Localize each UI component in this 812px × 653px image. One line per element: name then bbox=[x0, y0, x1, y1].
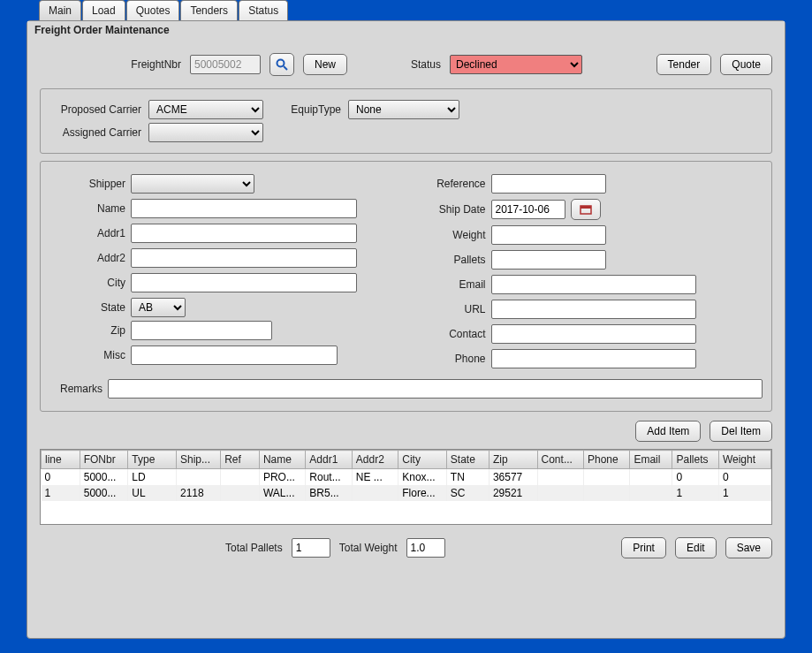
tab-main[interactable]: Main bbox=[39, 0, 81, 20]
col-cont[interactable]: Cont... bbox=[537, 451, 583, 469]
tab-status[interactable]: Status bbox=[239, 0, 288, 20]
search-icon bbox=[276, 58, 288, 71]
col-type[interactable]: Type bbox=[128, 451, 177, 469]
proposed-carrier-label: Proposed Carrier bbox=[49, 103, 141, 116]
ship-date-input[interactable] bbox=[491, 200, 565, 219]
ship-date-label: Ship Date bbox=[415, 203, 486, 216]
proposed-carrier-dropdown[interactable]: ACME bbox=[148, 100, 263, 119]
svg-line-1 bbox=[284, 66, 287, 70]
panel-title: Freight Order Maintenance bbox=[27, 21, 785, 39]
phone-input[interactable] bbox=[491, 349, 696, 368]
url-label: URL bbox=[415, 303, 486, 315]
col-weight[interactable]: Weight bbox=[718, 451, 770, 469]
name-label: Name bbox=[49, 202, 125, 215]
date-picker-button[interactable] bbox=[571, 199, 601, 220]
col-phone[interactable]: Phone bbox=[583, 451, 629, 469]
equip-type-label: EquipType bbox=[270, 103, 341, 116]
city-input[interactable] bbox=[131, 273, 357, 292]
del-item-button[interactable]: Del Item bbox=[710, 421, 772, 442]
pallets-input[interactable] bbox=[491, 250, 606, 270]
equip-type-dropdown[interactable]: None bbox=[348, 100, 459, 119]
assigned-carrier-label: Assigned Carrier bbox=[49, 126, 141, 139]
addr1-label: Addr1 bbox=[49, 227, 125, 239]
url-input[interactable] bbox=[491, 300, 696, 319]
edit-button[interactable]: Edit bbox=[675, 537, 717, 558]
print-button[interactable]: Print bbox=[621, 537, 666, 558]
col-fonbr[interactable]: FONbr bbox=[80, 451, 128, 469]
col-pallets[interactable]: Pallets bbox=[672, 451, 718, 469]
quote-button[interactable]: Quote bbox=[720, 54, 772, 75]
col-line[interactable]: line bbox=[42, 451, 80, 469]
col-zip[interactable]: Zip bbox=[489, 451, 537, 469]
contact-input[interactable] bbox=[491, 324, 696, 344]
top-row: FreightNbr New Status Declined Tender Qu… bbox=[40, 48, 772, 88]
tab-quotes[interactable]: Quotes bbox=[126, 0, 180, 20]
table-row[interactable]: 05000...LDPRO...Rout...NE ...Knox...TN36… bbox=[42, 469, 771, 486]
add-item-button[interactable]: Add Item bbox=[635, 421, 701, 442]
addr1-input[interactable] bbox=[131, 224, 357, 243]
remarks-input[interactable] bbox=[108, 379, 763, 399]
items-table[interactable]: lineFONbrTypeShip...RefNameAddr1Addr2Cit… bbox=[40, 449, 772, 525]
col-addr1[interactable]: Addr1 bbox=[306, 451, 352, 469]
col-addr2[interactable]: Addr2 bbox=[352, 451, 398, 469]
total-weight-label: Total Weight bbox=[339, 542, 398, 554]
reference-input[interactable] bbox=[491, 174, 606, 194]
phone-label: Phone bbox=[415, 353, 486, 365]
shipper-dropdown[interactable] bbox=[131, 174, 254, 194]
name-input[interactable] bbox=[131, 199, 357, 218]
save-button[interactable]: Save bbox=[725, 537, 772, 558]
carrier-fieldset: Proposed Carrier ACME EquipType None Ass… bbox=[40, 88, 772, 154]
col-state[interactable]: State bbox=[446, 451, 489, 469]
col-email[interactable]: Email bbox=[630, 451, 672, 469]
pallets-label: Pallets bbox=[415, 254, 486, 266]
reference-label: Reference bbox=[415, 178, 486, 190]
status-label: Status bbox=[356, 58, 441, 71]
city-label: City bbox=[49, 277, 125, 289]
email-label: Email bbox=[415, 278, 486, 291]
state-dropdown[interactable]: AB bbox=[131, 298, 186, 317]
shipper-label: Shipper bbox=[49, 178, 125, 190]
remarks-label: Remarks bbox=[49, 383, 102, 395]
addr2-input[interactable] bbox=[131, 248, 357, 268]
total-pallets-label: Total Pallets bbox=[225, 542, 283, 554]
freight-nbr-label: FreightNbr bbox=[40, 58, 181, 71]
email-input[interactable] bbox=[491, 275, 696, 294]
contact-label: Contact bbox=[415, 328, 486, 340]
col-city[interactable]: City bbox=[398, 451, 447, 469]
tab-load[interactable]: Load bbox=[82, 0, 125, 20]
assigned-carrier-dropdown[interactable] bbox=[148, 123, 263, 142]
svg-point-0 bbox=[277, 60, 285, 67]
tab-tenders[interactable]: Tenders bbox=[180, 0, 238, 20]
addr2-label: Addr2 bbox=[49, 252, 125, 264]
tender-button[interactable]: Tender bbox=[656, 54, 712, 75]
status-dropdown[interactable]: Declined bbox=[450, 55, 582, 74]
zip-label: Zip bbox=[49, 324, 125, 337]
weight-label: Weight bbox=[415, 229, 486, 241]
shipper-fieldset: Shipper Name Addr1 Addr2 City State AB Z… bbox=[40, 161, 772, 412]
col-ship[interactable]: Ship... bbox=[176, 451, 220, 469]
table-row[interactable]: 15000...UL2118WAL...BR5...Flore...SC2952… bbox=[42, 485, 771, 501]
total-pallets-input[interactable] bbox=[292, 538, 330, 558]
misc-label: Misc bbox=[49, 349, 125, 361]
weight-input[interactable] bbox=[491, 225, 606, 245]
col-name[interactable]: Name bbox=[259, 451, 305, 469]
search-button[interactable] bbox=[269, 53, 294, 76]
zip-input[interactable] bbox=[131, 321, 272, 340]
new-button[interactable]: New bbox=[303, 54, 347, 75]
svg-rect-3 bbox=[581, 206, 591, 209]
tab-bar: Main Load Quotes Tenders Status bbox=[0, 0, 812, 20]
misc-input[interactable] bbox=[131, 345, 338, 365]
freight-nbr-input bbox=[190, 55, 261, 74]
col-ref[interactable]: Ref bbox=[221, 451, 260, 469]
state-label: State bbox=[49, 301, 125, 314]
calendar-icon bbox=[580, 204, 592, 215]
panel: Freight Order Maintenance FreightNbr New… bbox=[27, 20, 785, 639]
total-weight-input[interactable] bbox=[406, 538, 445, 558]
